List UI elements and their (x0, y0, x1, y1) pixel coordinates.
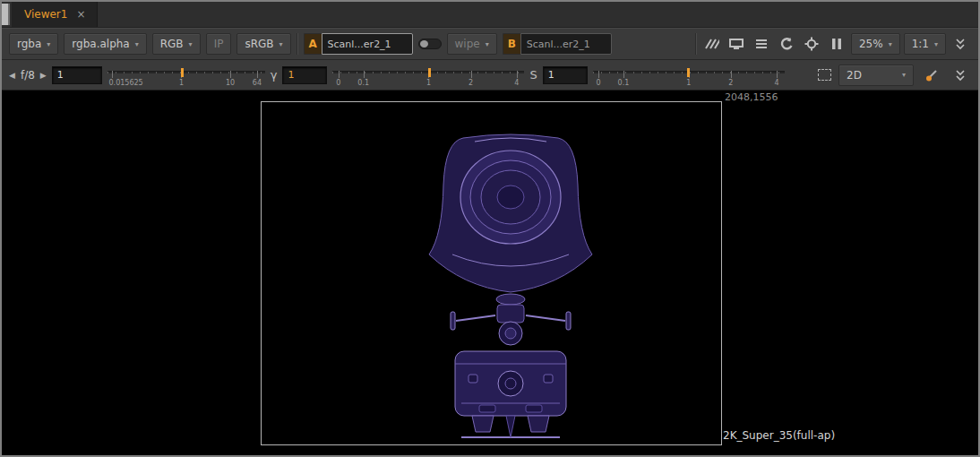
view-mode-dropdown[interactable]: 2D ▾ (838, 65, 914, 86)
roi-dashed-icon[interactable] (818, 69, 831, 81)
fstop-group: ◀ f/8 ▶ (9, 69, 47, 82)
proxy-scale-dropdown[interactable]: 1:1 ▾ (904, 33, 946, 55)
proxy-scale-value: 1:1 (912, 38, 929, 50)
color-picker-icon[interactable] (921, 65, 942, 86)
slider-track (107, 71, 265, 73)
slider-handle[interactable] (428, 68, 431, 77)
rendered-image (426, 129, 596, 447)
gain-slider[interactable]: 0.015625 1 10 64 (107, 64, 265, 87)
a-source-dropdown[interactable]: Scanl...er2_1 (322, 33, 413, 55)
a-badge: A (304, 33, 322, 55)
colorspace-value: sRGB (245, 38, 273, 50)
toolbar-separator (297, 33, 298, 55)
refresh-icon[interactable] (776, 33, 797, 55)
alpha-layer-value: rgba.alpha (72, 38, 129, 50)
stack-lines-icon[interactable] (751, 33, 772, 55)
chevron-down-icon: ▾ (902, 71, 906, 79)
viewer-icon-cluster: 25% ▾ 1:1 ▾ (695, 33, 971, 55)
chevron-down-icon: ▾ (486, 40, 489, 48)
channels-dropdown[interactable]: rgba ▾ (9, 33, 58, 55)
ab-toggle[interactable] (418, 39, 442, 49)
chevron-down-icon: ▾ (889, 40, 892, 48)
chevron-down-icon: ▾ (47, 40, 50, 48)
toggle-knob-icon (420, 40, 428, 47)
zoom-level-value: 25% (859, 38, 883, 50)
saturation-input[interactable] (543, 66, 588, 84)
b-source-dropdown[interactable]: Scanl...er2_1 (520, 33, 612, 55)
tab-viewer1[interactable]: Viewer1 × (12, 2, 98, 27)
tab-label: Viewer1 (24, 8, 67, 21)
gamma-slider[interactable]: 0 0.1 1 2 4 (332, 64, 524, 87)
a-input-group[interactable]: A Scanl...er2_1 (304, 33, 413, 55)
zoom-level-dropdown[interactable]: 25% ▾ (851, 33, 900, 55)
viewer-viewport[interactable]: 2048,1556 2K_Super_35(full-ap) (2, 91, 978, 455)
viewer-toolbar-bottom: ◀ f/8 ▶ 0.015625 1 10 64 γ 0 0.1 1 2 4 (2, 60, 978, 91)
wipe-mode-dropdown[interactable]: wipe ▾ (447, 33, 497, 55)
chevron-down-icon: ▾ (135, 40, 139, 48)
format-name-label: 2K_Super_35(full-ap) (723, 429, 835, 442)
resolution-label: 2048,1556 (725, 91, 778, 103)
input-process-button[interactable]: IP (206, 33, 232, 55)
tab-bar: Viewer1 × (2, 2, 978, 28)
view-mode-value: 2D (847, 69, 862, 82)
fstop-decrease-icon[interactable]: ◀ (9, 71, 15, 80)
tab-close-icon[interactable]: × (76, 8, 85, 21)
pane-grip-icon[interactable] (2, 4, 10, 25)
slider-handle[interactable] (181, 68, 184, 77)
gamma-input[interactable] (282, 66, 327, 84)
channels-value: rgba (17, 38, 41, 50)
viewer-toolbar-top: rgba ▾ rgba.alpha ▾ RGB ▾ IP sRGB ▾ A Sc… (2, 28, 978, 60)
collapse-chevrons-icon[interactable] (950, 65, 971, 86)
gamma-label: γ (271, 68, 278, 82)
fstop-label[interactable]: f/8 (21, 69, 35, 82)
viewer-window: Viewer1 × rgba ▾ rgba.alpha ▾ RGB ▾ IP s… (0, 0, 980, 457)
b-badge: B (503, 33, 520, 55)
saturation-label: S (529, 68, 537, 82)
monitor-output-icon[interactable] (726, 33, 747, 55)
chevron-down-icon: ▾ (189, 40, 193, 48)
input-process-label: IP (214, 38, 224, 50)
viewer-colorspace-dropdown[interactable]: sRGB ▾ (236, 33, 290, 55)
b-input-group[interactable]: B Scanl...er2_1 (503, 33, 612, 55)
collapse-chevrons-icon[interactable] (950, 33, 971, 55)
display-channels-dropdown[interactable]: RGB ▾ (152, 33, 201, 55)
toolbar-separator (695, 33, 697, 55)
proxy-stripes-icon[interactable] (701, 33, 722, 55)
roi-target-icon[interactable] (801, 33, 822, 55)
saturation-slider[interactable]: 0 0.1 1 2 4 (593, 64, 785, 87)
chevron-down-icon: ▾ (934, 40, 938, 48)
pause-icon[interactable] (826, 33, 847, 55)
chevron-down-icon: ▾ (279, 40, 283, 48)
display-channels-value: RGB (160, 38, 184, 50)
gain-input[interactable] (52, 66, 102, 84)
fstop-increase-icon[interactable]: ▶ (40, 71, 47, 80)
slider-handle[interactable] (687, 68, 690, 77)
alpha-layer-dropdown[interactable]: rgba.alpha ▾ (64, 33, 146, 55)
view-controls-cluster: 2D ▾ (818, 65, 971, 86)
wipe-mode-value: wipe (455, 38, 480, 50)
